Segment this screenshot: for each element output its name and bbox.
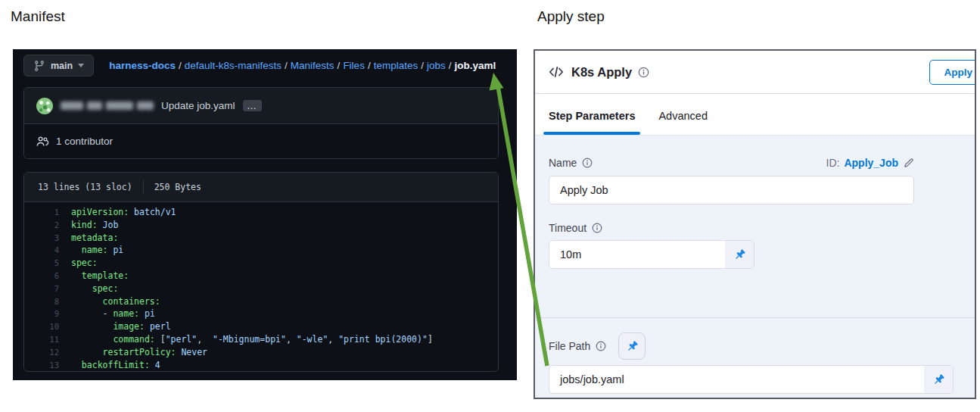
line-number: 9 [24,307,71,320]
line-number: 7 [24,282,71,295]
line-number: 5 [24,257,71,270]
breadcrumb-separator: / [285,60,288,71]
file-path-input[interactable]: jobs/job.yaml [549,366,924,393]
k8s-apply-step-panel: K8s Apply Apply Step ParametersAdvanced … [534,49,976,399]
file-stats-bar: 13 lines (13 sloc) 250 Bytes [24,173,498,202]
info-icon[interactable] [638,67,649,78]
code-line: 13 backoffLimit: 4 [24,359,498,372]
breadcrumb-separator: / [338,60,341,71]
breadcrumb-separator: / [368,60,371,71]
line-number: 8 [24,295,71,308]
code-line: 12 restartPolicy: Never [24,346,498,359]
step-parameters-form: Name ID: Apply_Job Apply Job Timeout [535,135,975,398]
pin-icon[interactable] [924,366,953,393]
line-number: 11 [24,333,71,346]
code-text: backoffLimit: 4 [71,359,160,372]
breadcrumb-segment-link[interactable]: templates [374,60,418,71]
breadcrumb-segment-link[interactable]: Manifests [291,60,334,71]
apply-button[interactable]: Apply [929,60,976,85]
avatar[interactable] [36,98,53,114]
info-icon[interactable] [596,341,606,351]
id-prefix: ID: [826,157,840,169]
code-text: restartPolicy: Never [71,346,207,359]
file-content-box: 13 lines (13 sloc) 250 Bytes 1apiVersion… [23,172,499,372]
timeout-input-group: 10m [549,240,754,269]
contributors-label: 1 contributor [56,136,113,147]
code-text: containers: [71,295,160,308]
breadcrumb-segment-link[interactable]: jobs [427,60,446,71]
commit-ellipsis-button[interactable]: … [243,100,262,111]
code-line: 1apiVersion: batch/v1 [24,206,498,219]
line-number: 1 [24,206,71,219]
name-input[interactable]: Apply Job [549,176,914,204]
name-label-row: Name ID: Apply_Job [549,157,914,169]
tab-step-parameters[interactable]: Step Parameters [549,110,635,135]
tab-advanced[interactable]: Advanced [658,110,708,135]
step-tabs: Step ParametersAdvanced [535,94,975,135]
people-icon [36,136,49,147]
code-line: 3metadata: [24,232,498,245]
code-text: spec: [71,257,98,270]
code-text: name: pi [71,244,123,257]
github-file-viewer: main harness-docs/default-k8s-manifests/… [13,49,517,380]
commit-message[interactable]: Update job.yaml [161,100,235,111]
file-path-label: File Path [549,340,606,352]
file-toolbar: main harness-docs/default-k8s-manifests/… [13,49,517,76]
code-line: 5spec: [24,257,498,270]
branch-name: main [51,61,73,71]
code-text: - name: pi [71,307,155,320]
apply-step-heading: Apply step [537,8,605,25]
code-line: 7 spec: [24,282,498,295]
code-text: metadata: [71,232,118,245]
name-label: Name [549,157,593,169]
branch-selector[interactable]: main [23,55,94,76]
pin-icon[interactable] [725,241,754,268]
edit-pencil-icon[interactable] [903,158,914,169]
breadcrumb-repo-link[interactable]: harness-docs [109,60,176,71]
form-divider [535,317,975,318]
timeout-label: Timeout [549,222,602,234]
line-number: 13 [24,359,71,372]
step-title: K8s Apply [571,65,632,80]
line-number: 12 [24,346,71,359]
info-icon[interactable] [592,223,602,233]
code-text: apiVersion: batch/v1 [71,206,176,219]
yaml-code-view: 1apiVersion: batch/v12kind: Job3metadata… [24,202,498,371]
info-icon[interactable] [582,158,593,168]
code-text: command: ["perl", "-Mbignum=bpi", "-wle"… [71,333,433,346]
breadcrumb-segment-link[interactable]: Files [343,60,365,71]
line-number: 2 [24,219,71,232]
commit-row: Update job.yaml … [24,88,498,123]
pin-button[interactable] [618,332,646,360]
code-text: kind: Job [71,219,118,232]
code-text: image: perl [71,320,171,333]
breadcrumb-segment-link[interactable]: default-k8s-manifests [185,60,282,71]
contributors-row[interactable]: 1 contributor [24,123,498,158]
code-text: spec: [71,282,118,295]
code-line: 8 containers: [24,295,498,308]
git-branch-icon [33,60,45,72]
line-number: 3 [24,232,71,245]
breadcrumb-current-file: job.yaml [454,60,496,71]
timeout-input[interactable]: 10m [549,241,725,268]
breadcrumb-separator: / [179,60,182,71]
breadcrumb: harness-docs/default-k8s-manifests/Manif… [109,60,496,71]
code-text: template: [71,270,129,282]
line-number: 6 [24,270,71,282]
line-number: 4 [24,244,71,257]
code-line: 6 template: [24,270,498,282]
step-id-row: ID: Apply_Job [826,157,914,169]
file-path-input-group: jobs/job.yaml [549,365,954,394]
stats-divider [143,180,144,194]
code-line: 11 command: ["perl", "-Mbignum=bpi", "-w… [24,333,498,346]
breadcrumb-separator: / [421,60,424,71]
step-header: K8s Apply Apply [535,51,975,94]
step-id-link[interactable]: Apply_Job [844,157,898,169]
file-size: 250 Bytes [154,182,201,192]
commit-box: Update job.yaml … 1 contributor [23,87,499,159]
code-line: 9 - name: pi [24,307,498,320]
blurred-username [61,101,154,110]
code-line: 10 image: perl [24,320,498,333]
line-number: 10 [24,320,71,333]
caret-down-icon [78,64,84,67]
